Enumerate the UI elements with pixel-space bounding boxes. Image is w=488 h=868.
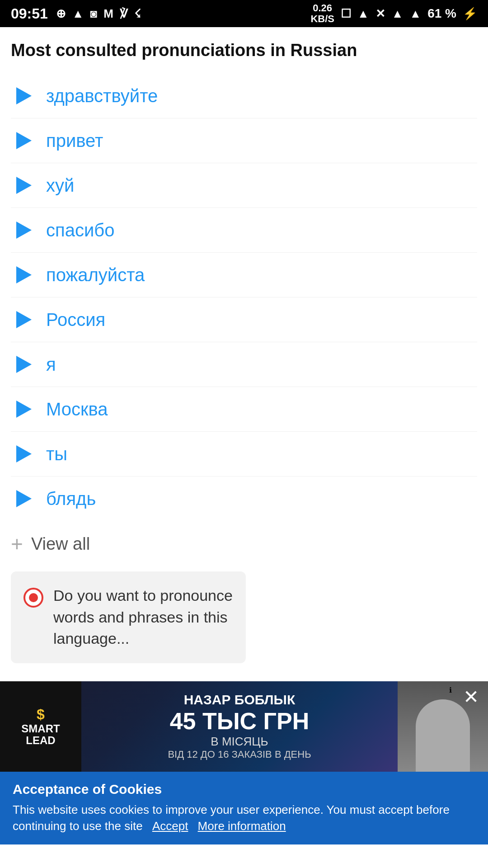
word-text: ты: [46, 444, 67, 464]
pronunciation-list: здравствуйте привет хуй спасибо пожалуйс…: [11, 74, 477, 521]
word-text: привет: [46, 131, 103, 151]
play-icon: [11, 218, 35, 242]
cookie-banner: Acceptance of Cookies This website uses …: [0, 772, 488, 844]
gmail-icon: M: [103, 7, 113, 21]
cookie-text: This website uses cookies to improve you…: [13, 802, 475, 835]
ad-amount: 45 ТЫС ГРН: [170, 708, 310, 735]
viber-icon: ℣: [120, 7, 128, 21]
main-content: Most consulted pronunciations in Russian…: [0, 27, 488, 663]
messenger-icon: ☇: [134, 7, 141, 21]
signal2-icon: ▲: [409, 7, 421, 21]
status-time: 09:51: [11, 5, 48, 22]
battery-percent: 61 %: [427, 6, 456, 21]
ad-logo-dollar: $: [37, 706, 45, 723]
pronunciation-item[interactable]: хуй: [11, 163, 477, 208]
play-icon: [11, 84, 35, 108]
pronunciation-item[interactable]: Москва: [11, 387, 477, 432]
word-text: хуй: [46, 175, 74, 196]
ad-logo: $ SMARTLEAD: [0, 681, 81, 772]
pronunciation-item[interactable]: привет: [11, 118, 477, 163]
play-icon: [11, 486, 35, 511]
cookie-links: Accept More information: [146, 819, 286, 833]
status-left: 09:51 ⊕ ▲ ◙ M ℣ ☇: [11, 5, 141, 22]
pronunciation-item[interactable]: блядь: [11, 476, 477, 521]
ad-content: НАЗАР БОБЛЫК 45 ТЫС ГРН В МІСЯЦЬ ВІД 12 …: [81, 692, 398, 760]
ad-person-name: НАЗАР БОБЛЫК: [184, 692, 296, 708]
ad-banner: $ SMARTLEAD НАЗАР БОБЛЫК 45 ТЫС ГРН В МІ…: [0, 681, 488, 772]
ad-info-button[interactable]: ℹ: [449, 686, 452, 694]
ad-close-button[interactable]: ✕: [463, 686, 479, 708]
play-icon: [11, 128, 35, 153]
plus-icon: +: [11, 533, 23, 554]
svg-marker-6: [16, 356, 32, 373]
page-title: Most consulted pronunciations in Russian: [11, 41, 477, 60]
play-icon: [11, 397, 35, 421]
phone-icon: ☐: [341, 7, 351, 21]
svg-marker-7: [16, 401, 32, 418]
network-speed: 0.26 KB/S: [310, 3, 334, 24]
wifi-icon: ▲: [357, 7, 369, 21]
play-icon: [11, 307, 35, 332]
word-text: спасибо: [46, 220, 114, 241]
radio-icon: [23, 588, 43, 608]
word-text: Россия: [46, 310, 105, 330]
status-bar: 09:51 ⊕ ▲ ◙ M ℣ ☇ 0.26 KB/S ☐ ▲ ✕ ▲ ▲ 61…: [0, 0, 488, 27]
signal-icon: ▲: [392, 7, 404, 21]
svg-marker-9: [16, 490, 32, 507]
word-text: пожалуйста: [46, 265, 145, 285]
accept-link[interactable]: Accept: [152, 819, 188, 833]
play-icon: [11, 173, 35, 198]
ad-logo-brand: SMARTLEAD: [21, 723, 60, 747]
play-icon: [11, 352, 35, 377]
battery-bolt-icon: ⚡: [463, 7, 477, 21]
ad-subtext: ВІД 12 ДО 16 ЗАКАЗІВ В ДЕНЬ: [168, 749, 311, 760]
view-all-row[interactable]: + View all: [11, 521, 477, 567]
word-text: я: [46, 354, 56, 375]
svg-marker-8: [16, 445, 32, 462]
status-icons: ⊕ ▲ ◙ M ℣ ☇: [56, 7, 141, 21]
svg-marker-2: [16, 177, 32, 194]
cookie-title: Acceptance of Cookies: [13, 782, 475, 797]
svg-marker-0: [16, 87, 32, 104]
word-text: здравствуйте: [46, 86, 158, 106]
pronunciation-item[interactable]: ты: [11, 432, 477, 476]
pronunciation-item[interactable]: я: [11, 342, 477, 387]
play-icon: [11, 442, 35, 466]
pronunciation-item[interactable]: здравствуйте: [11, 74, 477, 118]
drag-icon: ⊕: [56, 7, 66, 21]
play-icon: [11, 263, 35, 287]
more-info-link[interactable]: More information: [198, 819, 286, 833]
status-right: 0.26 KB/S ☐ ▲ ✕ ▲ ▲ 61 % ⚡: [310, 3, 477, 24]
pronunciation-item[interactable]: Россия: [11, 297, 477, 342]
view-all-label: View all: [31, 534, 90, 554]
pronunciation-item[interactable]: спасибо: [11, 208, 477, 253]
ad-period: В МІСЯЦЬ: [211, 735, 268, 749]
promo-card: Do you want to pronounce words and phras…: [11, 571, 246, 663]
svg-marker-1: [16, 132, 32, 149]
word-text: Москва: [46, 399, 108, 420]
svg-marker-5: [16, 311, 32, 328]
svg-marker-3: [16, 222, 32, 239]
promo-text: Do you want to pronounce words and phras…: [53, 585, 233, 650]
svg-marker-4: [16, 266, 32, 283]
word-text: блядь: [46, 489, 96, 509]
navigation-icon: ▲: [72, 7, 84, 21]
instagram-icon: ◙: [90, 7, 98, 21]
pronunciation-item[interactable]: пожалуйста: [11, 253, 477, 297]
signal-x-icon: ✕: [375, 7, 385, 21]
